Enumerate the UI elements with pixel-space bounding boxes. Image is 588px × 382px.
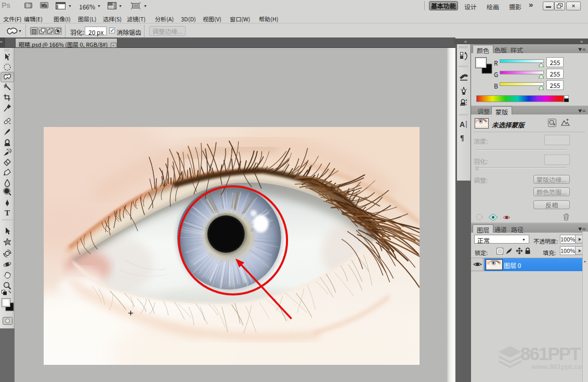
svg-text:T: T: [5, 209, 10, 217]
svg-text:A: A: [460, 120, 465, 129]
svg-text:¶: ¶: [460, 134, 464, 142]
